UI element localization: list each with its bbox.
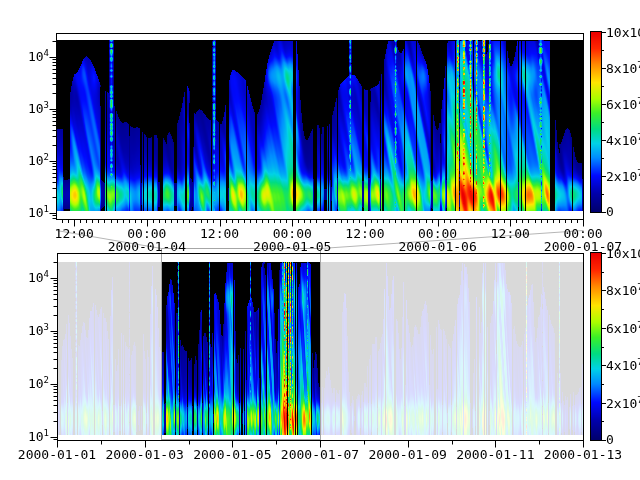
colorbar-tick-label: 0 [606, 433, 614, 446]
colorbar-tick-label: 6x107 [606, 321, 640, 335]
x-tick-label: 2000-01-11 [456, 448, 534, 461]
y-tick-label: 103 [28, 101, 49, 115]
colorbar-tick-label: 4x107 [606, 133, 640, 147]
y-tick-label: 102 [28, 376, 49, 390]
x-tick-label: 2000-01-13 [544, 448, 622, 461]
colorbar-tick-label: 4x107 [606, 358, 640, 372]
colorbar-tick-label: 6x107 [606, 97, 640, 111]
colorbar-tick-label: 8x107 [606, 61, 640, 75]
colorbar-tick-label: 2x107 [606, 396, 640, 410]
y-tick-label: 104 [28, 270, 49, 284]
x-tick-label: 2000-01-03 [106, 448, 184, 461]
y-tick-label: 102 [28, 153, 49, 167]
colorbar-tick-label: 2x107 [606, 169, 640, 183]
y-tick-label: 104 [28, 49, 49, 63]
x-tick-date-label: 2000-01-04 [108, 240, 186, 253]
y-tick-label: 103 [28, 323, 49, 337]
colorbar-tick-label: 10x107 [606, 246, 640, 260]
y-tick-label: 101 [28, 205, 49, 219]
colorbar-tick-label: 10x107 [606, 25, 640, 39]
x-tick-label: 12:00 [55, 227, 94, 240]
y-tick-label: 101 [28, 429, 49, 443]
x-tick-date-label: 2000-01-06 [398, 240, 476, 253]
x-tick-label: 2000-01-09 [369, 448, 447, 461]
x-tick-date-label: 2000-01-05 [253, 240, 331, 253]
x-tick-label: 12:00 [200, 227, 239, 240]
spectrogram-figure: 12:0000:002000-01-0412:0000:002000-01-05… [0, 0, 640, 480]
x-tick-label: 2000-01-07 [281, 448, 359, 461]
tick-labels-layer: 12:0000:002000-01-0412:0000:002000-01-05… [0, 0, 640, 480]
colorbar-tick-label: 0 [606, 205, 614, 218]
x-tick-label: 12:00 [491, 227, 530, 240]
x-tick-label: 2000-01-01 [18, 448, 96, 461]
x-tick-label: 12:00 [345, 227, 384, 240]
colorbar-tick-label: 8x107 [606, 283, 640, 297]
x-tick-label: 2000-01-05 [193, 448, 271, 461]
